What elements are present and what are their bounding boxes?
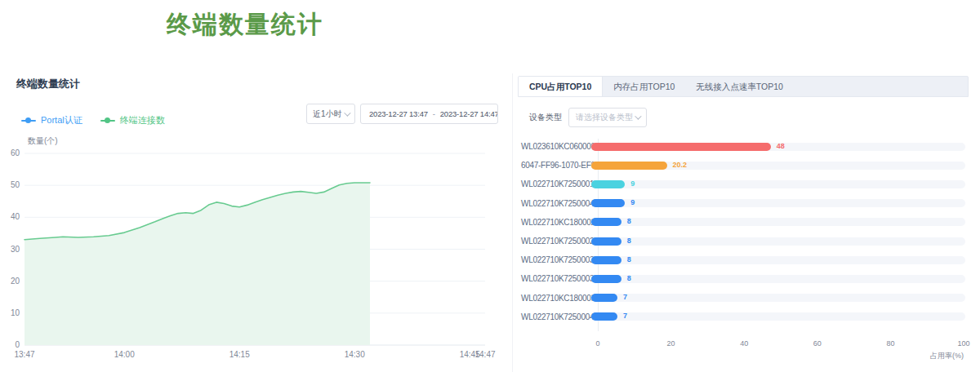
area-fill: [24, 183, 370, 345]
terminal-count-panel: 终端数量统计 终端数量统计 近1小时 2023-12-27 13:47 - 20…: [0, 0, 508, 372]
device-name-label: WL022710K725000272: [521, 237, 591, 246]
device-name-label: WL022710K725000409: [521, 199, 591, 208]
bar-value-label: 20.2: [673, 161, 688, 169]
bar-row: WL022710K7250003078: [521, 250, 965, 269]
bar-row: WL022710K7250001029: [521, 175, 965, 193]
bar-track: 7: [591, 294, 965, 302]
bar-x-tick-label: 40: [740, 339, 748, 348]
bar-x-tick-label: 0: [595, 339, 599, 348]
device-type-label: 设备类型: [529, 112, 562, 123]
bar-track: 8: [591, 275, 965, 283]
bar-fill: [591, 256, 621, 264]
time-range-select[interactable]: 近1小时: [306, 104, 355, 124]
bar-row: WL022710K7250004099: [521, 194, 965, 213]
y-tick-label: 50: [11, 180, 20, 189]
bar-track: 8: [591, 237, 965, 246]
bar-track: 7: [591, 312, 965, 321]
performance-tabs: CPU占用TOP10 内存占用TOP10 无线接入点速率TOP10: [518, 76, 969, 97]
bar-row: WL022710KC180002808: [521, 213, 965, 232]
device-performance-panel: 设备性能统计 CPU占用TOP10 内存占用TOP10 无线接入点速率TOP10…: [514, 0, 972, 372]
bar-fill: [591, 143, 771, 151]
x-tick-label: 14:15: [229, 350, 250, 359]
bar-value-label: 7: [623, 293, 627, 301]
line-area-chart: 010203040506013:4714:0014:1514:3014:4514…: [0, 131, 502, 369]
legend-label-connections: 终端连接数: [120, 114, 165, 126]
device-type-filter: 设备类型 请选择设备类型: [529, 108, 647, 127]
date-start: 2023-12-27 13:47: [369, 109, 428, 118]
date-end: 2023-12-27 14:47: [440, 109, 498, 118]
date-range-picker[interactable]: 2023-12-27 13:47 - 2023-12-27 14:47: [360, 104, 498, 124]
bar-fill: [591, 294, 617, 302]
bar-chart-x-axis: 020406080100: [598, 339, 964, 349]
time-range-select-value: 近1小时: [313, 108, 342, 120]
legend-marker-portal-icon: [21, 120, 36, 122]
bar-x-tick-label: 80: [886, 339, 894, 348]
device-name-label: WL022710K725000307: [521, 255, 591, 264]
y-tick-label: 0: [15, 340, 20, 349]
tab-wireless-rate-top10[interactable]: 无线接入点速率TOP10: [685, 77, 794, 96]
device-name-label: WL022710KC18000372: [521, 294, 591, 303]
tab-memory-top10[interactable]: 内存占用TOP10: [603, 77, 685, 96]
chevron-down-icon: [635, 113, 641, 119]
bar-fill: [591, 237, 621, 246]
device-name-label: WL022710K725000369: [521, 274, 591, 283]
bar-x-tick-label: 20: [667, 339, 675, 348]
y-tick-label: 40: [11, 212, 20, 221]
chevron-down-icon: [344, 109, 350, 116]
legend-label-portal: Portal认证: [41, 114, 82, 126]
line-chart-title: 终端数量统计: [16, 77, 80, 91]
bar-value-label: 8: [627, 274, 631, 282]
bar-row: 6047-FF96-1070-EF0A20.2: [521, 156, 965, 175]
panel-divider: [512, 73, 513, 372]
device-name-label: WL022710K725000470: [521, 312, 591, 321]
cpu-top10-bar-chart: WL023610KC06000043486047-FF96-1070-EF0A2…: [521, 137, 965, 326]
device-name-label: WL023610KC06000043: [521, 142, 591, 151]
bar-value-label: 48: [777, 142, 785, 150]
device-type-placeholder: 请选择设备类型: [576, 112, 633, 123]
bar-value-label: 9: [630, 179, 635, 188]
bar-row: WL022710K7250004707: [521, 308, 965, 326]
bar-track: 8: [591, 256, 965, 264]
bar-fill: [591, 312, 617, 321]
device-name-label: WL022710KC18000280: [521, 218, 591, 227]
x-tick-label: 13:47: [14, 350, 34, 359]
bar-track: 9: [591, 199, 965, 207]
y-tick-label: 20: [11, 277, 20, 286]
x-tick-label: 14:30: [345, 350, 365, 359]
bar-fill: [591, 199, 625, 207]
bar-fill: [591, 162, 667, 170]
bar-x-tick-label: 100: [957, 339, 969, 348]
bar-fill: [591, 275, 621, 283]
tab-cpu-top10[interactable]: CPU占用TOP10: [519, 77, 603, 96]
line-chart-legend: Portal认证 终端连接数: [21, 114, 165, 126]
legend-marker-connections-icon: [100, 120, 115, 122]
bar-value-label: 8: [627, 255, 631, 264]
bar-row: WL022710K7250002728: [521, 232, 965, 250]
y-tick-label: 30: [11, 245, 20, 254]
y-tick-label: 10: [11, 308, 20, 317]
bar-row: WL022710K7250003698: [521, 269, 965, 288]
legend-item-portal[interactable]: Portal认证: [21, 114, 82, 126]
bar-value-label: 8: [627, 217, 631, 225]
x-tick-label: 14:47: [474, 350, 495, 359]
x-tick-label: 14:00: [114, 350, 135, 359]
bar-track: 48: [591, 143, 965, 151]
legend-item-connections[interactable]: 终端连接数: [100, 114, 165, 126]
bar-row: WL022710KC180003727: [521, 289, 965, 308]
bar-row: WL023610KC0600004348: [521, 137, 965, 156]
bar-track: 9: [591, 180, 965, 188]
x-axis-name: 占用率(%): [598, 351, 964, 361]
bar-track: 8: [591, 218, 965, 226]
bar-x-tick-label: 60: [813, 339, 822, 348]
device-type-select[interactable]: 请选择设备类型: [568, 108, 647, 127]
device-name-label: 6047-FF96-1070-EF0A: [521, 161, 591, 170]
bar-track: 20.2: [591, 162, 965, 170]
left-section-heading: 终端数量统计: [0, 8, 490, 42]
bar-value-label: 7: [623, 312, 627, 320]
date-separator: -: [431, 109, 437, 118]
device-name-label: WL022710K725000102: [521, 179, 591, 188]
y-tick-label: 60: [11, 148, 20, 157]
bar-value-label: 9: [630, 198, 635, 206]
bar-fill: [591, 218, 621, 226]
bar-value-label: 8: [627, 237, 631, 245]
